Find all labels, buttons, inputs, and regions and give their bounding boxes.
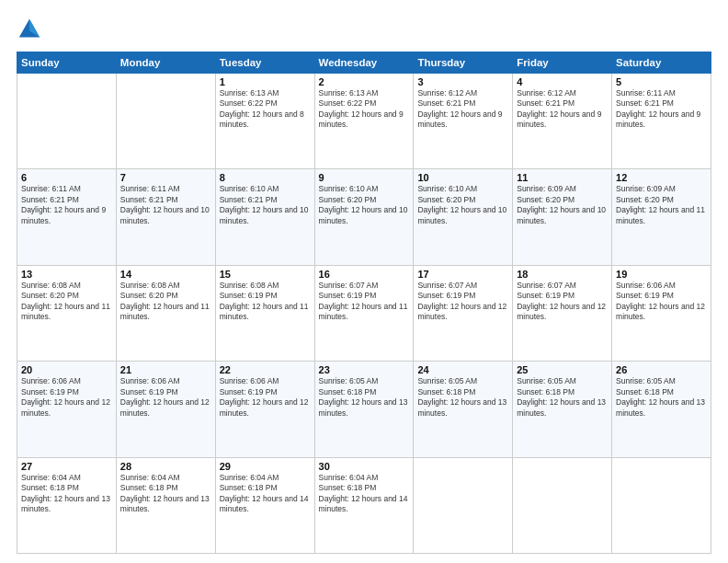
calendar-cell: 27Sunrise: 6:04 AM Sunset: 6:18 PM Dayli… — [17, 457, 117, 553]
day-info: Sunrise: 6:10 AM Sunset: 6:20 PM Dayligh… — [417, 184, 508, 226]
day-number: 18 — [517, 269, 608, 280]
day-info: Sunrise: 6:10 AM Sunset: 6:21 PM Dayligh… — [220, 184, 311, 226]
calendar-cell: 21Sunrise: 6:06 AM Sunset: 6:19 PM Dayli… — [116, 362, 215, 457]
day-number: 6 — [21, 172, 112, 183]
calendar-cell: 6Sunrise: 6:11 AM Sunset: 6:21 PM Daylig… — [17, 169, 117, 265]
weekday-header-saturday: Saturday — [612, 52, 711, 74]
calendar-cell: 20Sunrise: 6:06 AM Sunset: 6:19 PM Dayli… — [17, 362, 117, 457]
day-info: Sunrise: 6:13 AM Sunset: 6:22 PM Dayligh… — [220, 88, 311, 131]
calendar-cell: 12Sunrise: 6:09 AM Sunset: 6:20 PM Dayli… — [612, 169, 711, 265]
day-info: Sunrise: 6:09 AM Sunset: 6:20 PM Dayligh… — [517, 184, 608, 226]
calendar-cell: 5Sunrise: 6:11 AM Sunset: 6:21 PM Daylig… — [612, 74, 711, 169]
day-number: 29 — [220, 461, 311, 472]
calendar-cell: 18Sunrise: 6:07 AM Sunset: 6:19 PM Dayli… — [513, 265, 612, 361]
day-number: 13 — [21, 269, 112, 280]
day-number: 23 — [319, 364, 410, 375]
calendar-cell: 7Sunrise: 6:11 AM Sunset: 6:21 PM Daylig… — [116, 169, 215, 265]
day-info: Sunrise: 6:10 AM Sunset: 6:20 PM Dayligh… — [319, 184, 410, 226]
day-info: Sunrise: 6:12 AM Sunset: 6:21 PM Dayligh… — [417, 88, 508, 131]
calendar-cell: 23Sunrise: 6:05 AM Sunset: 6:18 PM Dayli… — [314, 362, 414, 457]
day-info: Sunrise: 6:11 AM Sunset: 6:21 PM Dayligh… — [21, 184, 112, 226]
weekday-header-monday: Monday — [116, 52, 215, 74]
day-number: 26 — [616, 364, 707, 375]
calendar-cell: 10Sunrise: 6:10 AM Sunset: 6:20 PM Dayli… — [414, 169, 513, 265]
calendar-cell: 14Sunrise: 6:08 AM Sunset: 6:20 PM Dayli… — [116, 265, 215, 361]
day-number: 8 — [220, 172, 311, 183]
logo — [17, 17, 46, 42]
day-info: Sunrise: 6:06 AM Sunset: 6:19 PM Dayligh… — [120, 376, 211, 419]
calendar-cell: 8Sunrise: 6:10 AM Sunset: 6:21 PM Daylig… — [215, 169, 314, 265]
calendar-table: SundayMondayTuesdayWednesdayThursdayFrid… — [17, 52, 711, 554]
day-info: Sunrise: 6:06 AM Sunset: 6:19 PM Dayligh… — [21, 376, 112, 419]
calendar-cell: 30Sunrise: 6:04 AM Sunset: 6:18 PM Dayli… — [314, 457, 414, 553]
weekday-header-sunday: Sunday — [17, 52, 117, 74]
day-number: 3 — [417, 76, 508, 87]
day-info: Sunrise: 6:09 AM Sunset: 6:20 PM Dayligh… — [616, 184, 707, 226]
calendar-cell — [116, 74, 215, 169]
day-number: 27 — [21, 461, 112, 472]
calendar-cell: 13Sunrise: 6:08 AM Sunset: 6:20 PM Dayli… — [17, 265, 117, 361]
calendar-cell: 4Sunrise: 6:12 AM Sunset: 6:21 PM Daylig… — [513, 74, 612, 169]
calendar-cell: 3Sunrise: 6:12 AM Sunset: 6:21 PM Daylig… — [414, 74, 513, 169]
calendar-cell: 1Sunrise: 6:13 AM Sunset: 6:22 PM Daylig… — [215, 74, 314, 169]
day-number: 9 — [319, 172, 410, 183]
day-info: Sunrise: 6:08 AM Sunset: 6:19 PM Dayligh… — [220, 281, 311, 323]
day-number: 4 — [517, 76, 608, 87]
calendar-cell: 15Sunrise: 6:08 AM Sunset: 6:19 PM Dayli… — [215, 265, 314, 361]
day-number: 21 — [120, 364, 211, 375]
calendar-cell: 26Sunrise: 6:05 AM Sunset: 6:18 PM Dayli… — [612, 362, 711, 457]
calendar-cell — [17, 74, 117, 169]
day-number: 22 — [220, 364, 311, 375]
calendar-cell: 9Sunrise: 6:10 AM Sunset: 6:20 PM Daylig… — [314, 169, 414, 265]
day-number: 17 — [417, 269, 508, 280]
day-number: 24 — [417, 364, 508, 375]
weekday-header-tuesday: Tuesday — [215, 52, 314, 74]
day-info: Sunrise: 6:13 AM Sunset: 6:22 PM Dayligh… — [319, 88, 410, 131]
day-number: 5 — [616, 76, 707, 87]
day-number: 20 — [21, 364, 112, 375]
weekday-header-wednesday: Wednesday — [314, 52, 414, 74]
day-info: Sunrise: 6:05 AM Sunset: 6:18 PM Dayligh… — [417, 376, 508, 419]
day-info: Sunrise: 6:07 AM Sunset: 6:19 PM Dayligh… — [517, 281, 608, 323]
day-info: Sunrise: 6:07 AM Sunset: 6:19 PM Dayligh… — [417, 281, 508, 323]
page: SundayMondayTuesdayWednesdayThursdayFrid… — [0, 0, 728, 563]
day-info: Sunrise: 6:05 AM Sunset: 6:18 PM Dayligh… — [616, 376, 707, 419]
day-number: 16 — [319, 269, 410, 280]
calendar-cell: 2Sunrise: 6:13 AM Sunset: 6:22 PM Daylig… — [314, 74, 414, 169]
day-number: 19 — [616, 269, 707, 280]
day-info: Sunrise: 6:07 AM Sunset: 6:19 PM Dayligh… — [319, 281, 410, 323]
calendar-cell: 16Sunrise: 6:07 AM Sunset: 6:19 PM Dayli… — [314, 265, 414, 361]
calendar-cell — [612, 457, 711, 553]
calendar-cell — [513, 457, 612, 553]
day-info: Sunrise: 6:05 AM Sunset: 6:18 PM Dayligh… — [517, 376, 608, 419]
calendar-cell: 29Sunrise: 6:04 AM Sunset: 6:18 PM Dayli… — [215, 457, 314, 553]
day-info: Sunrise: 6:11 AM Sunset: 6:21 PM Dayligh… — [616, 88, 707, 131]
week-row-3: 13Sunrise: 6:08 AM Sunset: 6:20 PM Dayli… — [17, 265, 711, 361]
day-number: 15 — [220, 269, 311, 280]
calendar-cell — [414, 457, 513, 553]
calendar-cell: 11Sunrise: 6:09 AM Sunset: 6:20 PM Dayli… — [513, 169, 612, 265]
week-row-4: 20Sunrise: 6:06 AM Sunset: 6:19 PM Dayli… — [17, 362, 711, 457]
day-number: 30 — [319, 461, 410, 472]
calendar-cell: 19Sunrise: 6:06 AM Sunset: 6:19 PM Dayli… — [612, 265, 711, 361]
weekday-header-row: SundayMondayTuesdayWednesdayThursdayFrid… — [17, 52, 711, 74]
day-info: Sunrise: 6:06 AM Sunset: 6:19 PM Dayligh… — [616, 281, 707, 323]
day-number: 10 — [417, 172, 508, 183]
day-number: 7 — [120, 172, 211, 183]
day-info: Sunrise: 6:06 AM Sunset: 6:19 PM Dayligh… — [220, 376, 311, 419]
day-number: 2 — [319, 76, 410, 87]
day-number: 14 — [120, 269, 211, 280]
day-info: Sunrise: 6:04 AM Sunset: 6:18 PM Dayligh… — [21, 473, 112, 515]
calendar-cell: 28Sunrise: 6:04 AM Sunset: 6:18 PM Dayli… — [116, 457, 215, 553]
calendar-cell: 25Sunrise: 6:05 AM Sunset: 6:18 PM Dayli… — [513, 362, 612, 457]
day-info: Sunrise: 6:05 AM Sunset: 6:18 PM Dayligh… — [319, 376, 410, 419]
weekday-header-thursday: Thursday — [414, 52, 513, 74]
day-info: Sunrise: 6:08 AM Sunset: 6:20 PM Dayligh… — [120, 281, 211, 323]
day-number: 1 — [220, 76, 311, 87]
calendar-cell: 24Sunrise: 6:05 AM Sunset: 6:18 PM Dayli… — [414, 362, 513, 457]
week-row-5: 27Sunrise: 6:04 AM Sunset: 6:18 PM Dayli… — [17, 457, 711, 553]
calendar-cell: 22Sunrise: 6:06 AM Sunset: 6:19 PM Dayli… — [215, 362, 314, 457]
weekday-header-friday: Friday — [513, 52, 612, 74]
day-number: 25 — [517, 364, 608, 375]
header — [17, 17, 711, 42]
